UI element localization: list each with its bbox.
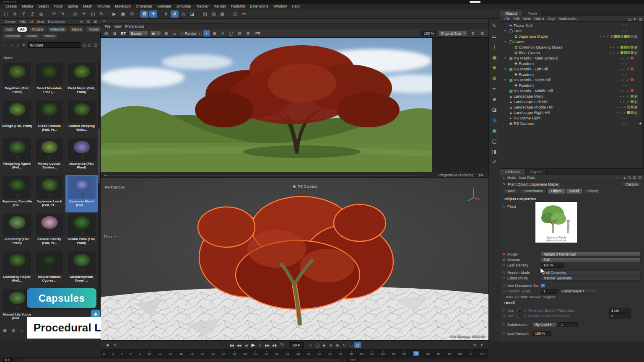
expand-arrow-icon[interactable]: ▾ [504,57,508,60]
visibility-dots[interactable] [622,84,628,87]
visibility-dots[interactable] [616,111,622,114]
object-row[interactable]: ✿ Common Quaking Grass [500,44,644,50]
viewport-camera-label[interactable]: ◉ RS Camera [293,184,317,189]
asset-item[interactable]: Ginkgo (Fall, Plant) [1,99,33,137]
visibility-dots[interactable] [622,122,628,125]
palette-icon[interactable]: ✒ [491,85,498,93]
object-label[interactable]: Landscape Right Hill [514,110,550,115]
transport-button[interactable]: ▶▶ [264,342,271,349]
menu-item[interactable]: MoGraph [113,4,133,8]
toolbar-icon[interactable]: # [171,10,179,18]
menu-item[interactable]: Mesh [81,4,94,8]
timeline-icon[interactable]: ⊞ [471,342,478,349]
attribute-tab[interactable]: Phong [584,188,602,194]
filter-chip[interactable]: Auto [3,27,16,32]
transport-button[interactable]: ▮◀ [228,342,235,349]
section-detail[interactable]: Detail [502,300,641,306]
footer-icon[interactable]: ▤ [10,328,16,333]
frame-tick[interactable]: 10 [148,351,151,356]
toolbar-icon[interactable]: Y [20,10,28,18]
asset-item[interactable]: Golden Weeping Willo... [65,99,98,137]
menu-item[interactable]: Extensions [248,4,270,8]
frame-tick[interactable]: 28 [243,351,247,356]
object-row[interactable]: ✿ Blue Grama [500,50,644,55]
add-icon[interactable]: ✚ [21,43,26,47]
forward-icon[interactable]: › [9,43,14,47]
menu-item[interactable]: Window [271,4,289,8]
object-label[interactable]: RS Matrix - Right Hill [514,78,551,82]
enable-check-icon[interactable] [628,116,633,120]
render-stepper[interactable]: ‹Render› [179,31,203,36]
visibility-dots[interactable] [616,106,622,109]
object-row[interactable]: ▾ ▦ RS Matrix - Right Hill [500,77,644,83]
rt-label[interactable]: RT [121,31,126,36]
custom-button[interactable]: Custom [622,182,641,187]
object-label[interactable]: Grass [514,39,524,44]
asset-item[interactable]: Jacaranda (Fall, Plant) [65,137,98,175]
object-label[interactable]: Japanese Maple [519,34,548,39]
palette-icon[interactable]: T [491,43,498,51]
asset-item[interactable]: Japanese Maple (Fall, ... [65,175,98,212]
dock-icon[interactable]: ▤ [479,30,486,36]
record-button[interactable]: ● [307,342,314,348]
object-label[interactable]: RS Dome Light [514,116,540,120]
palette-icon[interactable]: ◉ [491,54,498,61]
object-label[interactable]: Random [519,83,534,88]
asset-item[interactable]: Dog-Rose (Fall, Plant) [1,62,33,99]
frame-tick[interactable]: 30 [254,351,257,356]
frame-tick[interactable]: 6 [130,351,132,356]
record-button[interactable]: ↻ [341,342,348,348]
visibility-dots[interactable] [620,68,626,70]
object-row[interactable]: ▾ ◯ Tree [500,28,644,34]
menu-item[interactable]: Character [134,4,155,8]
expand-arrow-icon[interactable]: ▾ [504,29,508,33]
menu-item[interactable]: View [521,17,532,21]
palette-icon[interactable]: ▭ [491,33,498,40]
render-view-canvas[interactable] [101,38,488,172]
visibility-dots[interactable] [620,101,626,103]
enable-check-icon[interactable] [626,78,630,82]
menu-item[interactable]: Create [3,4,19,8]
transport-button[interactable]: ▷ [257,342,264,349]
transport-button[interactable]: ▶▮ [271,342,278,349]
dof-icon[interactable]: ▦ [211,30,218,36]
tag-chips[interactable] [630,89,634,92]
frame-tick[interactable]: 18 [190,351,193,356]
asset-scrollbar[interactable] [98,62,100,313]
filter-chip[interactable]: Models [29,27,46,32]
subdivision-field[interactable]: 1 [558,322,578,327]
footer-icon[interactable]: ≡ [19,328,24,333]
leaf-amount-field[interactable]: 100 % [532,331,551,336]
crop-icon[interactable]: ▭ [171,30,178,36]
place-tool-label[interactable]: Place▾ [104,235,116,239]
object-label[interactable]: Random [519,72,534,77]
object-row[interactable]: ❖ Random [500,83,644,88]
frame-tick[interactable]: 22 [211,351,215,356]
frame-tick[interactable]: 8 [139,351,140,356]
palette-icon[interactable]: ◷ [491,116,498,124]
mode-menu[interactable]: Mode [507,176,516,180]
frame-tick[interactable]: 42 [317,351,321,356]
palette-icon[interactable]: ⊕ [491,96,498,103]
nav-back-icon[interactable]: ‹ [617,176,618,180]
enable-check-icon[interactable] [628,62,633,66]
menu-item[interactable]: Object [532,17,546,21]
visibility-dots[interactable] [622,117,628,119]
field-tag[interactable] [634,45,638,49]
back-icon[interactable]: ‹ [3,43,8,47]
palette-icon[interactable]: ◪ [491,106,498,114]
record-button[interactable]: ◆ [321,342,327,348]
frame-tick[interactable]: 4 [121,351,122,356]
field-tag[interactable] [634,50,638,55]
model-dropdown[interactable]: Variant 3 Full-Grown [541,252,641,257]
object-label[interactable]: Common Quaking Grass [519,45,563,49]
enable-check-icon[interactable] [628,122,633,126]
visibility-dots[interactable] [620,95,626,98]
object-row[interactable]: ▾ ▦ RS Matrix - Left Hill [500,66,644,72]
layers-icon[interactable]: ▤ [633,176,636,180]
object-row[interactable]: ▲ Landscape Middle Hill [500,104,644,110]
toolbar-icon[interactable]: ◎ [71,10,79,18]
user-data-menu[interactable]: User Data [519,176,535,180]
save-icon[interactable]: ▤ [103,30,109,36]
menu-item[interactable]: Databases [46,20,67,24]
